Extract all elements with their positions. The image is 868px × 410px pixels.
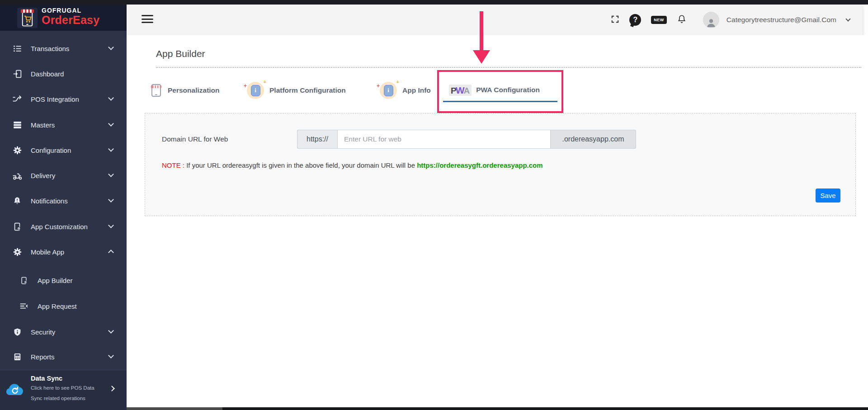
chevron-down-icon [108, 44, 114, 50]
chevron-right-icon[interactable] [109, 386, 115, 391]
chevron-down-icon [108, 222, 114, 228]
reports-icon [12, 352, 23, 362]
sidebar-item-label: Transactions [31, 45, 69, 52]
save-button[interactable]: Save [816, 189, 840, 203]
page-title: App Builder [156, 48, 205, 59]
chevron-down-icon [108, 146, 114, 152]
user-avatar[interactable] [703, 12, 719, 28]
sidebar-item-configuration[interactable]: Configuration [0, 141, 127, 159]
sidebar-item-label: App Request [38, 302, 77, 310]
delivery-scooter-icon [12, 171, 23, 180]
sidebar-item-app-customization[interactable]: App Customization [0, 217, 127, 236]
sidebar: GOFRUGAL OrderEasy Transactions Dashboar… [0, 5, 127, 410]
sidebar-item-label: Notifications [31, 197, 68, 205]
brand-company: GOFRUGAL [42, 7, 99, 14]
data-sync-panel[interactable]: Data Sync Click here to see POS Data Syn… [0, 370, 127, 410]
sidebar-item-reports[interactable]: Reports [0, 348, 127, 366]
tab-personalization[interactable]: Personalization [150, 80, 220, 100]
chevron-down-icon [108, 121, 114, 127]
tab-app-info[interactable]: i App Info [380, 80, 431, 100]
sidebar-item-label: App Customization [31, 223, 88, 231]
fullscreen-icon[interactable] [611, 15, 619, 25]
chevron-down-icon [108, 171, 114, 177]
sidebar-item-label: Configuration [31, 146, 71, 154]
phone-gear-icon [19, 276, 29, 285]
user-email[interactable]: Categorytreestructure@Gmail.Com [726, 16, 836, 24]
tab-label: Platform Configuration [269, 86, 346, 94]
tab-platform-configuration[interactable]: i Platform Configuration [247, 80, 346, 100]
domain-url-input[interactable] [337, 130, 551, 149]
sidebar-item-dashboard[interactable]: Dashboard [0, 65, 127, 83]
sidebar-item-label: POS Integration [31, 95, 79, 103]
pos-integration-icon [12, 94, 23, 104]
note-text: If your URL ordereasygft is given in the… [186, 161, 415, 169]
domain-url-input-group: https:// .ordereasyapp.com [297, 130, 636, 149]
active-tab-underline [443, 101, 557, 102]
tab-label: PWA Configuration [476, 86, 540, 94]
info-icon: i [247, 82, 264, 99]
window-bottom-strip [222, 407, 868, 410]
chevron-down-icon [108, 353, 114, 358]
domain-note: NOTE : If your URL ordereasygft is given… [162, 161, 543, 169]
annotation-highlight-box: PWA PWA Configuration [437, 70, 563, 113]
sidebar-item-transactions[interactable]: Transactions [0, 39, 127, 57]
chevron-down-icon[interactable] [845, 16, 850, 21]
pwa-configuration-panel: Domain URL for Web https:// .ordereasyap… [145, 113, 856, 216]
sidebar-item-mobile-app[interactable]: Mobile App [0, 243, 127, 261]
brand-product: OrderEasy [42, 14, 99, 26]
url-prefix-addon: https:// [297, 130, 337, 149]
tab-pwa-configuration[interactable]: PWA PWA Configuration [449, 81, 540, 99]
list-chevron-icon [19, 302, 29, 311]
chevron-down-icon [108, 328, 114, 334]
sidebar-item-label: App Builder [38, 277, 73, 284]
sidebar-item-label: Delivery [31, 172, 55, 179]
new-badge[interactable]: NEW [651, 16, 667, 24]
phone-gear-icon [12, 222, 23, 231]
tab-label: Personalization [168, 86, 220, 94]
sidebar-item-app-request[interactable]: App Request [0, 297, 127, 315]
window-bottom-strip [127, 407, 222, 410]
bell-icon [12, 196, 23, 206]
sidebar-item-label: Security [31, 328, 55, 336]
tab-label: App Info [402, 86, 431, 94]
sidebar-item-app-builder[interactable]: App Builder [0, 271, 127, 289]
gear-icon [12, 247, 23, 257]
chevron-down-icon [108, 197, 114, 203]
title-separator [156, 67, 861, 68]
sidebar-item-label: Masters [31, 121, 55, 129]
help-glyph: ? [633, 16, 637, 24]
sidebar-item-delivery[interactable]: Delivery [0, 166, 127, 184]
storefront-phone-icon [150, 83, 162, 98]
data-sync-title: Data Sync [31, 375, 62, 382]
person-icon [706, 17, 717, 28]
notifications-bell-icon[interactable] [677, 14, 687, 26]
sidebar-item-label: Dashboard [31, 70, 64, 78]
note-label: NOTE : [162, 161, 184, 169]
shield-icon [12, 327, 23, 337]
sidebar-item-pos-integration[interactable]: POS Integration [0, 90, 127, 108]
main-content: App Builder Personalization i Platform C… [127, 35, 868, 407]
gear-icon [12, 146, 23, 155]
info-icon: i [380, 82, 397, 99]
topbar: ? NEW Categorytreestructure@Gmail.Com [127, 5, 863, 35]
help-icon[interactable]: ? [629, 14, 641, 26]
sidebar-item-notifications[interactable]: Notifications [0, 192, 127, 210]
masters-stack-icon [12, 120, 23, 130]
annotation-arrow-head [473, 50, 490, 64]
brand-logo[interactable]: GOFRUGAL OrderEasy [0, 5, 127, 31]
chevron-down-icon [108, 95, 114, 101]
data-sync-description: Click here to see POS Data [31, 385, 94, 391]
domain-url-label: Domain URL for Web [162, 135, 228, 143]
ordereasy-logo-icon [17, 8, 38, 28]
sidebar-item-security[interactable]: Security [0, 323, 127, 341]
note-domain-preview: https://ordereasygft.ordereasyapp.com [417, 161, 542, 169]
storefront-cart-icon [17, 8, 38, 28]
sidebar-item-label: Reports [31, 353, 55, 361]
sidebar-item-masters[interactable]: Masters [0, 116, 127, 134]
chevron-up-icon [108, 250, 114, 255]
window-top-strip [0, 0, 868, 5]
pwa-logo-icon: PWA [449, 85, 472, 96]
annotation-arrow [480, 11, 483, 51]
hamburger-menu-icon[interactable] [142, 15, 153, 25]
dashboard-icon [12, 69, 23, 79]
